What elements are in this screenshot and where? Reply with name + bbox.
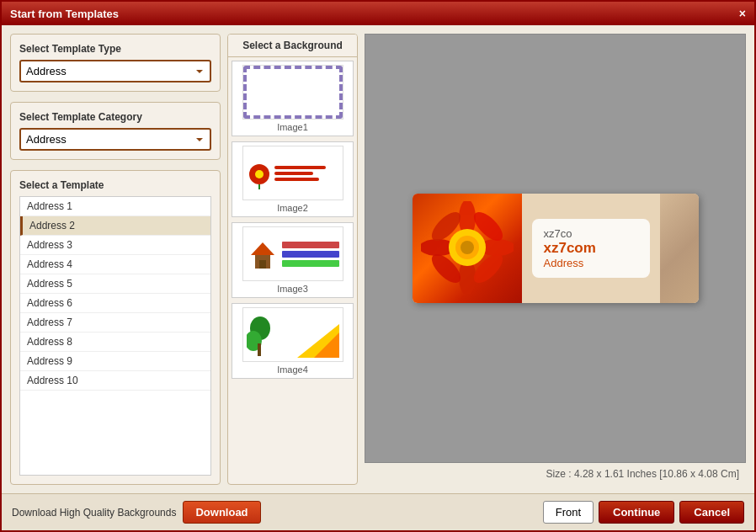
preview-size-text: Size : 4.28 x 1.61 Inches [10.86 x 4.08 …	[365, 463, 746, 485]
list-item[interactable]: Address 5	[20, 274, 210, 294]
background-item-3[interactable]: Image3	[232, 222, 354, 298]
front-button[interactable]: Front	[543, 501, 594, 524]
background-label-1: Image1	[277, 122, 308, 132]
card-text-area: xz7co xz7com Address	[522, 194, 660, 303]
card-line3: Address	[544, 257, 638, 269]
left-panel: Select Template Type Address Select Temp…	[10, 34, 221, 485]
template-select-label: Select a Template	[19, 179, 211, 191]
dialog-title: Start from Templates	[10, 8, 119, 20]
background-item-4[interactable]: Image4	[232, 303, 354, 379]
cancel-button[interactable]: Cancel	[679, 501, 744, 524]
list-item[interactable]: Address 7	[20, 313, 210, 332]
close-button[interactable]: ×	[739, 7, 746, 20]
background-thumbnail-1	[242, 65, 343, 120]
background-panel: Select a Background Image1	[227, 34, 358, 485]
template-type-select[interactable]: Address	[19, 60, 211, 82]
template-category-section: Select Template Category Address	[10, 102, 221, 160]
list-item[interactable]: Address 2	[20, 216, 210, 236]
card-preview: xz7co xz7com Address	[413, 194, 699, 303]
background-label-4: Image4	[277, 364, 308, 375]
list-item[interactable]: Address 10	[20, 371, 210, 391]
background-thumbnail-3	[242, 226, 343, 281]
list-item[interactable]: Address 3	[20, 236, 210, 255]
background-item-2[interactable]: Image2	[232, 141, 354, 217]
svg-rect-8	[258, 343, 261, 356]
continue-button[interactable]: Continue	[599, 501, 674, 524]
download-button[interactable]: Download	[183, 501, 260, 524]
bottom-bar: Download High Quality Backgrounds Downlo…	[2, 493, 754, 530]
list-item[interactable]: Address 9	[20, 352, 210, 371]
background-thumbnail-4	[242, 307, 343, 362]
card-flower	[413, 194, 522, 303]
background-item-1[interactable]: Image1	[232, 61, 354, 136]
background-scroll[interactable]: Image1	[228, 57, 357, 484]
list-item[interactable]: Address 6	[20, 294, 210, 313]
template-list-section: Select a Template Address 1 Address 2 Ad…	[10, 170, 221, 485]
main-content: Select Template Type Address Select Temp…	[2, 25, 754, 493]
template-list: Address 1 Address 2 Address 3 Address 4 …	[19, 196, 211, 476]
svg-rect-5	[259, 260, 266, 269]
download-quality-text: Download High Quality Backgrounds	[12, 507, 176, 519]
bottom-right: Front Continue Cancel	[543, 501, 744, 524]
bottom-left: Download High Quality Backgrounds Downlo…	[12, 501, 261, 524]
template-type-section: Select Template Type Address	[10, 34, 221, 92]
background-panel-header: Select a Background	[228, 35, 357, 57]
background-thumbnail-2	[242, 146, 343, 200]
start-from-templates-dialog: Start from Templates × Select Template T…	[0, 0, 756, 532]
card-line2: xz7com	[544, 240, 638, 257]
template-type-label: Select Template Type	[19, 43, 211, 55]
background-label-2: Image2	[277, 203, 308, 213]
template-category-label: Select Template Category	[19, 111, 211, 123]
preview-panel: xz7co xz7com Address Size : 4.28 x 1.61 …	[365, 34, 746, 485]
card-right-texture	[660, 194, 699, 303]
background-label-3: Image3	[277, 284, 308, 294]
preview-area: xz7co xz7com Address	[365, 34, 746, 463]
svg-point-21	[461, 241, 474, 254]
card-line1: xz7co	[544, 227, 638, 240]
list-item[interactable]: Address 4	[20, 255, 210, 274]
list-item[interactable]: Address 8	[20, 332, 210, 352]
svg-point-1	[255, 170, 264, 178]
svg-marker-3	[251, 242, 274, 255]
template-category-select[interactable]: Address	[19, 128, 211, 151]
titlebar: Start from Templates ×	[2, 2, 754, 25]
card-text-box: xz7co xz7com Address	[532, 219, 650, 278]
list-item[interactable]: Address 1	[20, 197, 210, 216]
